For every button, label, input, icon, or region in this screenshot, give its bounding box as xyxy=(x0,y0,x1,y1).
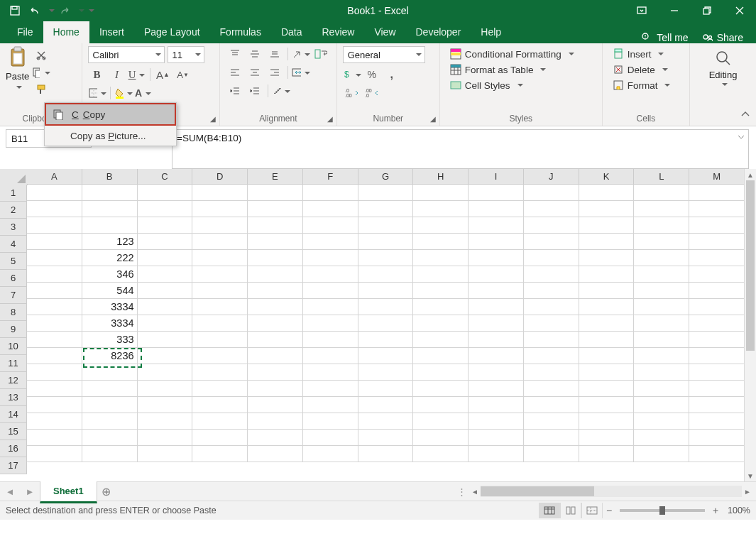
redo-dropdown[interactable] xyxy=(75,1,84,21)
cell-C8[interactable] xyxy=(138,299,193,315)
comma-format-button[interactable]: , xyxy=(383,67,401,82)
cell-H1[interactable] xyxy=(413,185,469,201)
cell-K16[interactable] xyxy=(579,430,635,446)
cell-K2[interactable] xyxy=(579,201,635,217)
decrease-decimal-button[interactable]: .00.0 xyxy=(363,85,381,101)
cell-B17[interactable] xyxy=(82,446,138,462)
hscroll-thumb[interactable] xyxy=(481,486,594,496)
cell-A15[interactable] xyxy=(27,413,82,430)
cell-A7[interactable] xyxy=(27,283,82,299)
cell-E2[interactable] xyxy=(248,201,303,217)
cell-J9[interactable] xyxy=(524,315,579,332)
cell-F1[interactable] xyxy=(303,185,358,201)
cell-H5[interactable] xyxy=(413,250,469,266)
row-header-16[interactable]: 16 xyxy=(0,440,27,457)
cell-C10[interactable] xyxy=(138,332,193,348)
row-header-1[interactable]: 1 xyxy=(0,185,27,202)
cell-M17[interactable] xyxy=(689,446,745,462)
tab-formulas[interactable]: Formulas xyxy=(210,21,271,43)
align-center-button[interactable] xyxy=(246,65,264,80)
cell-I10[interactable] xyxy=(469,332,524,348)
cell-J16[interactable] xyxy=(524,430,579,446)
row-header-13[interactable]: 13 xyxy=(0,389,27,406)
save-button[interactable] xyxy=(6,1,24,21)
tab-home[interactable]: Home xyxy=(43,21,89,43)
number-dialog-launcher[interactable]: ◢ xyxy=(428,114,438,124)
merge-center-button[interactable] xyxy=(292,65,310,80)
decrease-indent-button[interactable] xyxy=(226,83,244,99)
cell-I13[interactable] xyxy=(469,381,524,397)
paste-dropdown[interactable] xyxy=(13,82,22,92)
format-painter-button[interactable] xyxy=(32,82,50,97)
cell-F10[interactable] xyxy=(303,332,358,348)
cell-A12[interactable] xyxy=(27,364,82,381)
cell-I4[interactable] xyxy=(469,234,524,250)
row-header-2[interactable]: 2 xyxy=(0,202,27,219)
cell-A1[interactable] xyxy=(27,185,82,201)
wrap-text-button[interactable] xyxy=(312,46,330,62)
cell-C2[interactable] xyxy=(138,201,193,217)
cell-K3[interactable] xyxy=(579,217,635,234)
cell-K13[interactable] xyxy=(579,381,635,397)
cell-G2[interactable] xyxy=(358,201,414,217)
row-header-4[interactable]: 4 xyxy=(0,236,27,253)
tab-help[interactable]: Help xyxy=(471,21,511,43)
cell-K7[interactable] xyxy=(579,283,635,299)
cell-M11[interactable] xyxy=(689,348,745,364)
row-header-10[interactable]: 10 xyxy=(0,338,27,355)
row-header-17[interactable]: 17 xyxy=(0,457,27,474)
cell-K1[interactable] xyxy=(579,185,635,201)
cell-L7[interactable] xyxy=(634,283,689,299)
cell-H16[interactable] xyxy=(413,430,469,446)
cell-K6[interactable] xyxy=(579,266,635,283)
cell-H3[interactable] xyxy=(413,217,469,234)
cell-K10[interactable] xyxy=(579,332,635,348)
column-header-C[interactable]: C xyxy=(138,169,193,185)
cell-F7[interactable] xyxy=(303,283,358,299)
zoom-slider[interactable] xyxy=(620,509,705,512)
cell-F2[interactable] xyxy=(303,201,358,217)
cell-E12[interactable] xyxy=(248,364,303,381)
horizontal-scrollbar[interactable]: ◄ ► xyxy=(469,486,753,497)
cell-K11[interactable] xyxy=(579,348,635,364)
cell-J11[interactable] xyxy=(524,348,579,364)
cell-F9[interactable] xyxy=(303,315,358,332)
cell-I7[interactable] xyxy=(469,283,524,299)
font-color-button[interactable]: A xyxy=(134,85,153,101)
format-as-table-button[interactable]: Format as Table xyxy=(446,62,596,77)
increase-font-button[interactable]: A▲ xyxy=(154,67,172,82)
cell-J3[interactable] xyxy=(524,217,579,234)
cell-M9[interactable] xyxy=(689,315,745,332)
minimize-button[interactable] xyxy=(658,0,691,21)
cell-H9[interactable] xyxy=(413,315,469,332)
cell-H6[interactable] xyxy=(413,266,469,283)
cell-I14[interactable] xyxy=(469,397,524,413)
cell-G5[interactable] xyxy=(358,250,414,266)
cell-B14[interactable] xyxy=(82,397,138,413)
copy-split-button[interactable] xyxy=(32,65,50,80)
cell-A16[interactable] xyxy=(27,430,82,446)
cell-H2[interactable] xyxy=(413,201,469,217)
cell-F13[interactable] xyxy=(303,381,358,397)
cell-M4[interactable] xyxy=(689,234,745,250)
cell-K5[interactable] xyxy=(579,250,635,266)
borders-button[interactable] xyxy=(88,85,106,101)
cell-E10[interactable] xyxy=(248,332,303,348)
cell-B11[interactable]: 8236 xyxy=(82,348,138,364)
cell-A6[interactable] xyxy=(27,266,82,283)
cell-F17[interactable] xyxy=(303,446,358,462)
cell-B8[interactable]: 3334 xyxy=(82,299,138,315)
scroll-left-button[interactable]: ◄ xyxy=(469,486,481,497)
cell-M8[interactable] xyxy=(689,299,745,315)
cell-A17[interactable] xyxy=(27,446,82,462)
cell-G9[interactable] xyxy=(358,315,414,332)
cell-B10[interactable]: 333 xyxy=(82,332,138,348)
cell-D9[interactable] xyxy=(192,315,248,332)
restore-button[interactable] xyxy=(691,0,723,21)
undo-button[interactable] xyxy=(26,1,44,21)
cell-M6[interactable] xyxy=(689,266,745,283)
cell-M15[interactable] xyxy=(689,413,745,430)
cell-B1[interactable] xyxy=(82,185,138,201)
font-size-combo[interactable]: 11 xyxy=(168,46,204,63)
cell-E5[interactable] xyxy=(248,250,303,266)
